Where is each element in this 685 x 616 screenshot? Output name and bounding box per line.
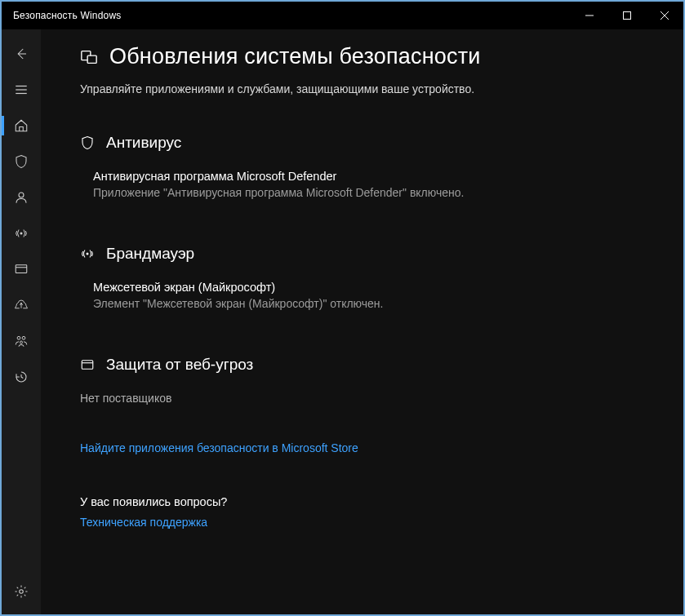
sidebar-item-history[interactable] [2, 359, 41, 395]
svg-rect-10 [16, 265, 27, 273]
firewall-icon [14, 226, 29, 241]
window-title: Безопасность Windows [13, 10, 122, 21]
support-link[interactable]: Техническая поддержка [80, 516, 207, 529]
browser-icon [80, 357, 95, 372]
device-icon [14, 298, 29, 312]
sidebar-item-firewall[interactable] [2, 215, 41, 251]
minimize-icon [585, 11, 594, 20]
close-button[interactable] [646, 2, 683, 29]
firewall-item-title: Межсетевой экран (Майкрософт) [93, 281, 659, 294]
section-header: Антивирус [80, 134, 659, 152]
providers-icon [80, 48, 98, 66]
firewall-icon [80, 246, 95, 261]
close-icon [661, 11, 669, 20]
svg-point-13 [22, 336, 25, 339]
antivirus-item-title: Антивирусная программа Microsoft Defende… [93, 170, 659, 183]
shield-icon [14, 154, 29, 169]
firewall-item-desc: Элемент "Межсетевой экран (Майкрософт)" … [93, 297, 659, 310]
svg-point-8 [19, 193, 24, 197]
page-title: Обновления системы безопасности [109, 44, 481, 69]
svg-rect-19 [82, 361, 93, 370]
maximize-icon [623, 11, 631, 20]
section-firewall: Брандмауэр Межсетевой экран (Майкрософт)… [80, 245, 659, 310]
sidebar-item-family[interactable] [2, 323, 41, 359]
gear-icon [14, 584, 29, 599]
menu-button[interactable] [2, 72, 41, 108]
section-title: Антивирус [106, 134, 181, 152]
svg-point-18 [87, 253, 89, 255]
svg-point-12 [17, 336, 20, 339]
section-header: Защита от веб-угроз [80, 356, 659, 374]
help-question: У вас появились вопросы? [80, 495, 659, 508]
section-title: Брандмауэр [106, 245, 194, 263]
body: Обновления системы безопасности Управляй… [2, 29, 683, 614]
app-icon [14, 262, 29, 277]
sidebar-item-account[interactable] [2, 179, 41, 215]
svg-point-15 [20, 590, 24, 594]
svg-rect-1 [624, 12, 631, 20]
page-subtitle: Управляйте приложениями и службами, защи… [80, 81, 505, 98]
no-providers-text: Нет поставщиков [80, 392, 659, 405]
section-title: Защита от веб-угроз [106, 356, 253, 374]
sidebar-item-settings[interactable] [2, 574, 41, 609]
window: Безопасность Windows [2, 2, 683, 614]
sidebar [2, 29, 41, 614]
section-web: Защита от веб-угроз Нет поставщиков [80, 356, 659, 405]
home-icon [14, 118, 29, 133]
svg-point-14 [20, 341, 23, 343]
sidebar-item-app[interactable] [2, 251, 41, 287]
back-icon [14, 47, 29, 61]
back-button[interactable] [2, 36, 41, 72]
page-header: Обновления системы безопасности [80, 44, 659, 69]
history-icon [14, 370, 29, 384]
shield-icon [80, 135, 95, 150]
sidebar-item-home[interactable] [2, 108, 41, 144]
content: Обновления системы безопасности Управляй… [41, 29, 683, 614]
svg-point-9 [20, 233, 23, 235]
menu-icon [14, 82, 29, 97]
minimize-button[interactable] [571, 2, 608, 29]
help-section: У вас появились вопросы? Техническая под… [80, 495, 659, 530]
section-header: Брандмауэр [80, 245, 659, 263]
family-icon [14, 334, 29, 348]
svg-rect-17 [87, 55, 96, 63]
titlebar: Безопасность Windows [2, 2, 683, 29]
section-antivirus: Антивирус Антивирусная программа Microso… [80, 134, 659, 199]
sidebar-item-virus[interactable] [2, 144, 41, 179]
account-icon [14, 190, 29, 205]
maximize-button[interactable] [608, 2, 646, 29]
sidebar-item-device[interactable] [2, 287, 41, 323]
antivirus-item-desc: Приложение "Антивирусная программа Micro… [93, 186, 659, 199]
store-link[interactable]: Найдите приложения безопасности в Micros… [80, 441, 358, 454]
